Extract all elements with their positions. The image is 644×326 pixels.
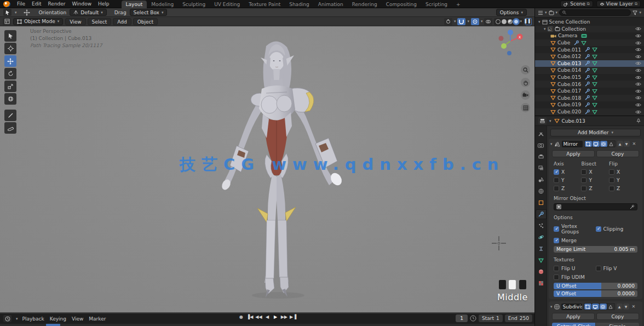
tab-physics[interactable] — [536, 233, 546, 242]
outliner-row[interactable]: ▾ ☑ Cube.015 — [535, 74, 644, 81]
bisect-x-checkbox[interactable] — [581, 169, 586, 175]
subdivision-realtime-toggle[interactable] — [592, 304, 599, 310]
mirror-move-down[interactable]: ▼ — [624, 141, 630, 147]
proportional-edit-icon[interactable] — [471, 18, 479, 25]
visibility-eye-icon[interactable] — [635, 96, 641, 100]
v-offset-slider[interactable]: V Offset 0.0000 — [554, 290, 637, 297]
pin-icon[interactable] — [636, 118, 641, 123]
subdivision-name-field[interactable]: Subdivision — [561, 304, 582, 310]
workspace-tab[interactable]: Scripting — [421, 1, 452, 8]
axis-x-checkbox[interactable] — [554, 169, 559, 175]
shading-wireframe-icon[interactable] — [496, 19, 501, 24]
tool-tweak-select[interactable] — [4, 30, 16, 42]
scene-selector[interactable]: Scene ⧉ — [560, 1, 593, 7]
outliner-row[interactable]: ▾ ☑ Cube.018 — [535, 95, 644, 102]
outliner-row[interactable]: ▾ ☑ Collection — [535, 26, 644, 33]
visibility-eye-icon[interactable] — [635, 61, 641, 65]
view-layer-new-icon[interactable]: ⧉ — [635, 2, 637, 6]
preview-range-clock-icon[interactable] — [470, 315, 476, 322]
mirror-render-toggle[interactable] — [600, 141, 607, 147]
new-collection-icon[interactable] — [549, 10, 554, 15]
tool-scale[interactable] — [4, 81, 16, 92]
timeline-menu-item[interactable]: Marker — [89, 316, 106, 322]
vertex-groups-checkbox[interactable] — [554, 226, 559, 232]
visibility-eye-icon[interactable] — [635, 48, 641, 52]
next-keyframe-button[interactable]: ▶▶ — [281, 314, 288, 319]
disclosure-triangle[interactable]: ▾ — [538, 20, 540, 24]
tab-scene[interactable] — [536, 175, 546, 184]
snap-icon[interactable] — [457, 18, 465, 25]
timeline-menu-item[interactable]: Playback — [22, 316, 44, 322]
tool-rotate[interactable] — [4, 68, 16, 79]
tab-material[interactable] — [536, 267, 546, 276]
subdivision-modifier-header[interactable]: ▾ Subdivision ▲▼ ✕ — [550, 302, 641, 311]
outliner-row[interactable]: ▾ ☑ Cube.017 — [535, 88, 644, 95]
tab-tool[interactable] — [536, 129, 546, 138]
camera-view-icon[interactable] — [521, 90, 530, 100]
timeline-track[interactable] — [0, 324, 534, 326]
record-button[interactable]: ● — [238, 314, 244, 319]
tab-particles[interactable] — [536, 221, 546, 230]
u-offset-slider[interactable]: U Offset 0.0000 — [554, 283, 637, 289]
snap-caret[interactable]: ▾ — [467, 19, 469, 24]
workspace-tab[interactable]: Shading — [285, 1, 314, 8]
frame-start-field[interactable]: Start1 — [479, 314, 503, 322]
outliner-row[interactable]: ▾ ☑ Scene Collection — [535, 19, 644, 26]
play-button[interactable]: ▶ — [273, 314, 279, 319]
topbar-menu-item[interactable]: Edit — [28, 1, 44, 7]
zoom-icon[interactable] — [521, 65, 530, 75]
options-dropdown[interactable]: Options ▾ — [496, 9, 527, 16]
bisect-y-checkbox[interactable] — [581, 178, 586, 183]
shading-solid-icon[interactable] — [502, 19, 507, 24]
flip-y-checkbox[interactable] — [609, 178, 614, 183]
mirror-realtime-toggle[interactable] — [593, 141, 600, 147]
tab-constraints[interactable] — [536, 244, 546, 253]
subdivision-expand-caret[interactable]: ▾ — [550, 305, 553, 309]
visibility-eye-icon[interactable] — [635, 68, 641, 72]
outliner-row[interactable]: ▾ ☑ Cube.014 — [535, 67, 644, 74]
flip-udim-checkbox[interactable] — [554, 274, 559, 280]
jump-to-start-button[interactable]: ▐◀ — [246, 314, 253, 319]
navigation-gizmo[interactable]: X — [497, 29, 525, 58]
outliner-row[interactable]: ▾ ☑ Camera — [535, 32, 644, 39]
overlays-icon[interactable] — [484, 18, 492, 25]
gizmos-icon[interactable] — [444, 18, 452, 25]
new-collection-caret[interactable]: ▾ — [556, 10, 558, 15]
subdivision-move-up[interactable]: ▲ — [617, 304, 623, 310]
play-reverse-button[interactable]: ◀ — [264, 314, 271, 319]
outliner-row[interactable]: ▾ ☑ Cube.020 — [535, 108, 644, 116]
outliner-row[interactable]: ▾ ☑ Cube.016 — [535, 81, 644, 88]
view-layer-selector[interactable]: View Layer ⧉ — [596, 1, 641, 7]
scene-new-icon[interactable]: ⧉ — [587, 2, 590, 6]
topbar-menu-item[interactable]: File — [14, 1, 28, 7]
mirror-cage-toggle[interactable] — [608, 141, 615, 147]
workspace-tab[interactable]: Texture Paint — [244, 1, 285, 8]
catmull-clark-button[interactable]: Catmull-Clark — [552, 323, 595, 326]
jump-to-end-button[interactable]: ▶▐ — [290, 314, 296, 319]
gizmos-caret[interactable]: ▾ — [454, 19, 456, 24]
tab-modifiers[interactable] — [536, 210, 546, 219]
shading-rendered-icon[interactable] — [514, 19, 519, 24]
merge-limit-slider[interactable]: Merge Limit 0.005 m — [554, 246, 637, 253]
mirror-move-up[interactable]: ▲ — [617, 141, 623, 147]
blender-logo-icon[interactable] — [3, 1, 10, 7]
pause-icon[interactable]: ▌▌ — [525, 18, 532, 25]
editor-type-icon[interactable] — [3, 18, 11, 25]
prev-keyframe-button[interactable]: ◀◀ — [255, 314, 262, 319]
flip-x-checkbox[interactable] — [609, 169, 614, 175]
topbar-menu-item[interactable]: Render — [45, 1, 69, 7]
disclosure-triangle[interactable]: ▾ — [544, 27, 546, 31]
subdivision-edit-mode-toggle[interactable] — [584, 304, 591, 310]
proportional-edit-caret[interactable]: ▾ — [481, 19, 483, 24]
mode-dropdown[interactable]: Object Mode ▾ — [13, 18, 63, 25]
viewport-menu-item[interactable]: Object — [133, 18, 158, 25]
tool-cursor[interactable] — [4, 43, 16, 54]
visibility-eye-icon[interactable] — [635, 41, 641, 45]
mirror-name-field[interactable]: Mirror — [562, 141, 583, 147]
tab-object[interactable] — [536, 198, 546, 207]
outliner-row[interactable]: ▾ ☑ Cube.011 — [535, 46, 644, 53]
flip-u-checkbox[interactable] — [554, 266, 559, 271]
properties-editor-caret[interactable]: ▾ — [549, 119, 551, 123]
subdivision-apply-button[interactable]: Apply — [552, 313, 595, 320]
drag-dropdown[interactable]: Select Box ▾ — [130, 9, 168, 16]
